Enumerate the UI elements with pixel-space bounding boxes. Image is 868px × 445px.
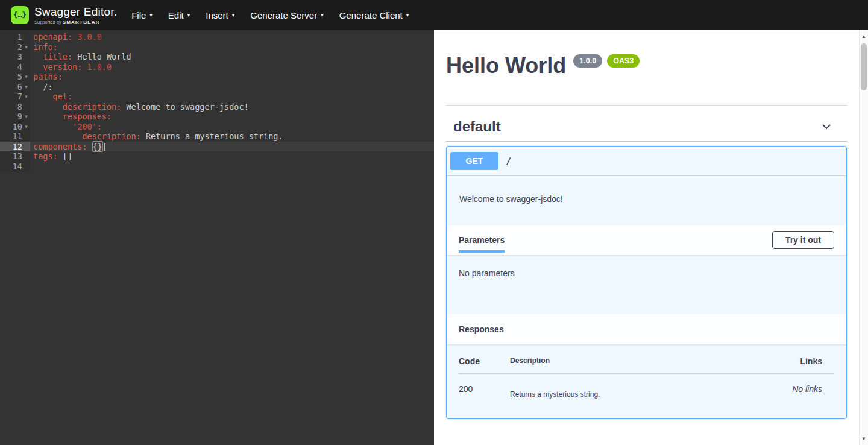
caret-down-icon: ▾ <box>187 12 190 18</box>
caret-down-icon: ▾ <box>232 12 235 18</box>
editor-line-6[interactable]: 6▾ /: <box>0 82 434 92</box>
code-line-text[interactable]: info: <box>30 42 434 52</box>
code-line-text[interactable]: components: {} <box>30 142 434 152</box>
line-number-gutter[interactable]: 8 <box>0 102 30 112</box>
code-line-text[interactable]: '200': <box>30 122 434 132</box>
line-number: 7 <box>17 92 22 102</box>
fold-arrow-icon[interactable]: ▾ <box>22 112 30 122</box>
page-title: Hello World <box>446 53 566 78</box>
tab-parameters[interactable]: Parameters <box>459 235 505 245</box>
line-number-gutter[interactable]: 1 <box>0 32 30 42</box>
line-number-gutter[interactable]: 13 <box>0 151 30 162</box>
responses-header: Responses <box>447 314 846 344</box>
line-number-gutter[interactable]: 9▾ <box>0 112 30 122</box>
menu-edit-label: Edit <box>168 10 184 21</box>
editor-line-4[interactable]: 4 version: 1.0.0 <box>0 62 434 72</box>
editor-line-13[interactable]: 13tags: [] <box>0 151 434 162</box>
tag-section: default GET / Welcome to swagger-jsdoc! … <box>446 106 847 419</box>
line-number: 5 <box>17 72 22 82</box>
code-line-text[interactable]: description: Welcome to swagger-jsdoc! <box>30 102 434 112</box>
line-number: 14 <box>13 162 22 172</box>
swagger-logo-icon: {…} <box>11 6 29 24</box>
editor-line-14[interactable]: 14 <box>0 162 434 172</box>
code-line-text[interactable] <box>30 162 434 172</box>
line-number: 8 <box>17 102 22 112</box>
scrollbar-thumb[interactable] <box>861 43 867 90</box>
fold-arrow-icon[interactable]: ▾ <box>22 82 30 92</box>
menu-file-label: File <box>131 10 146 21</box>
code-line-text[interactable]: get: <box>30 92 434 102</box>
code-line-text[interactable]: version: 1.0.0 <box>30 62 434 72</box>
opblock-summary[interactable]: GET / <box>447 147 846 176</box>
line-number-gutter[interactable]: 10▾ <box>0 122 30 132</box>
editor-line-9[interactable]: 9▾ responses: <box>0 112 434 122</box>
line-number-gutter[interactable]: 2▾ <box>0 42 30 52</box>
menu-generate-server[interactable]: Generate Server ▾ <box>250 10 323 21</box>
editor-line-8[interactable]: 8 description: Welcome to swagger-jsdoc! <box>0 102 434 112</box>
line-number-gutter[interactable]: 7▾ <box>0 92 30 102</box>
menu-generate-client[interactable]: Generate Client ▾ <box>339 10 409 21</box>
menu-insert[interactable]: Insert ▾ <box>206 10 234 21</box>
chevron-down-icon[interactable] <box>820 121 832 133</box>
brand: {…} Swagger Editor. Supported by SMARTBE… <box>11 6 117 25</box>
responses-title: Responses <box>459 324 504 334</box>
fold-arrow-icon[interactable]: ▾ <box>22 92 30 102</box>
line-number-gutter[interactable]: 3 <box>0 52 30 62</box>
version-badge: 1.0.0 <box>573 54 602 68</box>
caret-down-icon: ▾ <box>149 12 153 18</box>
line-number: 1 <box>17 32 22 42</box>
editor-line-11[interactable]: 11 description: Returns a mysterious str… <box>0 131 434 142</box>
code-line-text[interactable]: description: Returns a mysterious string… <box>30 131 434 142</box>
menu-generate-client-label: Generate Client <box>339 10 403 21</box>
line-number-gutter[interactable]: 12 <box>0 142 30 152</box>
editor-line-1[interactable]: 1openapi: 3.0.0 <box>0 32 434 42</box>
code-line-text[interactable]: responses: <box>30 112 434 122</box>
line-number: 2 <box>17 42 22 52</box>
line-number: 3 <box>17 52 22 62</box>
editor-line-10[interactable]: 10▾ '200': <box>0 122 434 132</box>
code-line-text[interactable]: paths: <box>30 72 434 82</box>
line-number-gutter[interactable]: 6▾ <box>0 82 30 92</box>
vertical-scrollbar[interactable]: ▲ ▼ <box>859 30 868 445</box>
line-number: 12 <box>13 142 22 152</box>
line-number-gutter[interactable]: 4 <box>0 62 30 72</box>
menu-bar: File ▾ Edit ▾ Insert ▾ Generate Server ▾… <box>131 10 409 21</box>
brand-title: Swagger Editor. <box>34 6 117 18</box>
response-row-200: 200 Returns a mysterious string. No link… <box>459 374 834 399</box>
line-number: 4 <box>17 62 22 72</box>
line-number-gutter[interactable]: 11 <box>0 131 30 142</box>
editor-line-3[interactable]: 3 title: Hello World <box>0 52 434 62</box>
line-number: 13 <box>13 151 22 162</box>
text-cursor <box>104 143 105 151</box>
try-it-out-button[interactable]: Try it out <box>772 231 834 249</box>
menu-generate-server-label: Generate Server <box>250 10 317 21</box>
responses-table-header: Code Description Links <box>459 356 834 374</box>
fold-arrow-icon[interactable]: ▾ <box>22 42 30 52</box>
fold-arrow-icon[interactable]: ▾ <box>22 122 30 132</box>
yaml-code-editor[interactable]: 1openapi: 3.0.02▾info:3 title: Hello Wor… <box>0 30 434 445</box>
scroll-up-arrow-icon[interactable]: ▲ <box>860 34 868 39</box>
editor-line-7[interactable]: 7▾ get: <box>0 92 434 102</box>
topbar: {…} Swagger Editor. Supported by SMARTBE… <box>0 0 868 30</box>
code-line-text[interactable]: openapi: 3.0.0 <box>30 32 434 42</box>
api-badges: 1.0.0 OAS3 <box>573 54 640 68</box>
scroll-down-arrow-icon[interactable]: ▼ <box>860 436 868 441</box>
code-line-text[interactable]: /: <box>30 82 434 92</box>
editor-line-12[interactable]: 12components: {} <box>0 142 434 152</box>
smartbear-brand-text: SMARTBEAR <box>63 19 100 25</box>
tag-default-header[interactable]: default <box>446 106 847 142</box>
menu-file[interactable]: File ▾ <box>131 10 153 21</box>
fold-arrow-icon[interactable]: ▾ <box>22 72 30 82</box>
code-line-text[interactable]: title: Hello World <box>30 52 434 62</box>
api-info-section: Hello World 1.0.0 OAS3 <box>446 30 847 106</box>
editor-line-5[interactable]: 5▾paths: <box>0 72 434 82</box>
operation-description: Welcome to swagger-jsdoc! <box>447 176 846 225</box>
swagger-ui-preview: Hello World 1.0.0 OAS3 default GET / W <box>434 30 868 445</box>
line-number-gutter[interactable]: 14 <box>0 162 30 172</box>
menu-edit[interactable]: Edit ▾ <box>168 10 190 21</box>
code-line-text[interactable]: tags: [] <box>30 151 434 162</box>
line-number-gutter[interactable]: 5▾ <box>0 72 30 82</box>
col-header-code: Code <box>459 356 510 366</box>
editor-line-2[interactable]: 2▾info: <box>0 42 434 52</box>
col-header-links: Links <box>780 356 834 366</box>
